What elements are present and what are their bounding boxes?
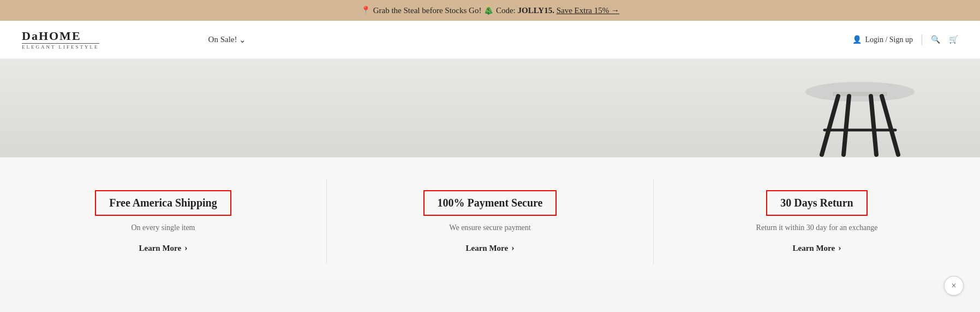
tree-icon: 🎄 [483, 6, 494, 15]
feature-return: 30 Days Return Return it within 30 day f… [654, 179, 980, 264]
feature-return-subtitle: Return it within 30 day for an exchange [756, 223, 878, 232]
code-prefix: Code: [496, 6, 516, 15]
svg-rect-1 [833, 92, 887, 96]
feature-payment-title: 100% Payment Secure [438, 197, 543, 209]
feature-shipping-subtitle: On every single item [131, 223, 195, 232]
nav-label-sale: On Sale! [208, 35, 237, 44]
chevron-down-icon: ⌄ [239, 35, 246, 45]
cart-button[interactable]: 🛒 [949, 35, 958, 44]
cart-icon: 🛒 [949, 35, 958, 44]
nav-divider [922, 34, 922, 45]
svg-line-2 [822, 96, 838, 155]
chevron-right-icon: › [838, 243, 841, 253]
feature-shipping-title: Free America Shipping [109, 197, 217, 209]
hero-section [0, 59, 980, 157]
announcement-text: Grab the Steal before Stocks Go! [373, 6, 482, 15]
hero-image [784, 70, 936, 157]
logo[interactable]: DaHOME ELEGANT LIFESTYLE [22, 30, 99, 50]
svg-line-4 [844, 96, 849, 155]
logo-main: DaHOME [22, 30, 99, 42]
nav-item-sale[interactable]: On Sale! ⌄ [208, 35, 247, 45]
logo-sub: ELEGANT LIFESTYLE [22, 43, 99, 50]
search-button[interactable]: 🔍 [931, 35, 940, 44]
user-icon: 👤 [852, 35, 862, 44]
feature-return-learn-more[interactable]: Learn More › [793, 243, 841, 253]
main-nav: On Sale! ⌄ [208, 35, 247, 45]
search-icon: 🔍 [931, 35, 940, 44]
feature-payment-subtitle: We ensure secure payment [449, 223, 530, 232]
svg-line-5 [871, 96, 876, 155]
pin-icon: 📍 [361, 6, 371, 15]
feature-payment-title-box: 100% Payment Secure [423, 190, 557, 216]
feature-shipping-title-box: Free America Shipping [95, 190, 231, 216]
login-label: Login / Sign up [865, 36, 913, 44]
svg-line-3 [882, 96, 898, 155]
header: DaHOME ELEGANT LIFESTYLE On Sale! ⌄ 👤 Lo… [0, 21, 980, 59]
feature-return-title: 30 Days Return [780, 197, 853, 209]
feature-shipping-learn-more[interactable]: Learn More › [139, 243, 188, 253]
feature-payment: 100% Payment Secure We ensure secure pay… [327, 179, 654, 264]
feature-shipping: Free America Shipping On every single it… [0, 179, 327, 264]
header-nav-right: 👤 Login / Sign up 🔍 🛒 [852, 34, 958, 45]
promo-code: JOLLY15. [518, 6, 554, 15]
chevron-right-icon: › [511, 243, 514, 253]
save-link[interactable]: Save Extra 15% → [557, 6, 619, 15]
features-section: Free America Shipping On every single it… [0, 157, 980, 280]
announcement-bar: 📍 Grab the Steal before Stocks Go! 🎄 Cod… [0, 0, 980, 21]
login-button[interactable]: 👤 Login / Sign up [852, 35, 913, 44]
feature-payment-learn-more[interactable]: Learn More › [466, 243, 515, 253]
feature-return-title-box: 30 Days Return [766, 190, 867, 216]
chevron-right-icon: › [184, 243, 187, 253]
